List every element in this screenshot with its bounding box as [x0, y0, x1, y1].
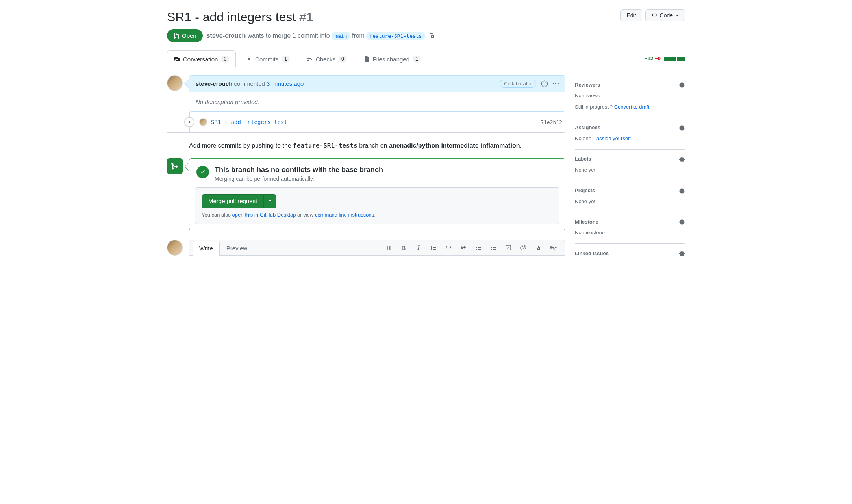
checklist-icon: [306, 56, 313, 62]
code-icon: [651, 12, 658, 19]
tasklist-icon[interactable]: [504, 244, 512, 252]
git-merge-icon: [171, 162, 179, 170]
base-branch[interactable]: main: [332, 32, 350, 40]
merge-dropdown-button[interactable]: [264, 194, 276, 208]
kebab-icon[interactable]: [553, 83, 559, 84]
milestone-status: No milestone: [575, 229, 685, 237]
comment-timestamp[interactable]: 3 minutes ago: [267, 80, 304, 87]
cli-instructions-link[interactable]: command line instructions: [315, 212, 374, 218]
head-branch[interactable]: feature-SR1-tests: [366, 32, 425, 40]
open-desktop-link[interactable]: open this in GitHub Desktop: [232, 212, 296, 218]
ordered-list-icon[interactable]: [489, 244, 497, 252]
tab-checks[interactable]: Checks 0: [300, 50, 354, 67]
assignees-title: Assignees: [575, 124, 600, 130]
quote-icon[interactable]: [430, 244, 437, 252]
tab-commits-label: Commits: [255, 56, 278, 63]
diffstat: +12 −0: [645, 56, 685, 61]
commit-message-link[interactable]: SR1 - add integers test: [211, 119, 287, 125]
mention-icon[interactable]: @: [519, 244, 527, 252]
tab-files-label: Files changed: [373, 56, 409, 63]
comment-box: steve-crouch commented 3 minutes ago Col…: [189, 75, 565, 112]
italic-icon[interactable]: I: [415, 244, 422, 252]
avatar[interactable]: [167, 240, 183, 256]
checks-count: 0: [339, 56, 347, 63]
pr-title-text: SR1 - add integers test: [167, 10, 296, 24]
pr-state-label: Open: [182, 32, 196, 39]
comment-discussion-icon: [174, 56, 180, 62]
cross-reference-icon[interactable]: [534, 244, 542, 252]
merge-pull-request-button[interactable]: Merge pull request: [202, 194, 264, 208]
merge-icon-box: [167, 158, 183, 174]
diff-squares: [664, 57, 685, 61]
projects-title: Projects: [575, 187, 595, 193]
files-count: 1: [413, 56, 421, 63]
gear-icon[interactable]: [679, 187, 685, 194]
comment-verb: commented: [234, 80, 265, 87]
labels-status: None yet: [575, 166, 685, 174]
pr-state-badge: Open: [167, 29, 203, 42]
comment-editor: Write Preview H B I: [189, 240, 565, 256]
preview-tab[interactable]: Preview: [220, 241, 254, 256]
code-button-label: Code: [660, 12, 673, 19]
merge-status-subtitle: Merging can be performed automatically.: [215, 176, 383, 182]
gear-icon[interactable]: [679, 124, 685, 131]
commit-avatar[interactable]: [199, 118, 207, 126]
hint-branch: feature-SR1-tests: [293, 142, 357, 149]
assignees-status: No one—: [575, 135, 596, 141]
tab-files[interactable]: Files changed 1: [357, 50, 428, 67]
git-commit-icon: [246, 56, 252, 62]
file-diff-icon: [363, 56, 370, 62]
commits-count: 1: [282, 56, 290, 63]
svg-point-0: [541, 81, 548, 87]
milestone-title: Milestone: [575, 219, 598, 225]
copy-icon[interactable]: [429, 33, 435, 39]
smiley-icon[interactable]: [541, 80, 548, 87]
merge-text: wants to merge 1 commit into: [248, 32, 330, 39]
git-pull-request-icon: [173, 33, 180, 39]
caret-down-icon: [675, 13, 679, 17]
tab-checks-label: Checks: [316, 56, 335, 63]
reviewers-title: Reviewers: [575, 82, 600, 88]
reviewers-status: No reviews: [575, 92, 685, 100]
role-badge: Collaborator: [500, 80, 536, 88]
commit-hash[interactable]: 71e2b12: [541, 119, 562, 125]
push-hint: Add more commits by pushing to the featu…: [189, 133, 565, 158]
write-tab[interactable]: Write: [193, 241, 220, 256]
conversation-count: 0: [221, 56, 229, 63]
caret-down-icon: [268, 199, 272, 203]
commit-badge: [184, 117, 194, 127]
check-circle-icon: [196, 166, 209, 178]
link-icon[interactable]: [459, 244, 467, 252]
reply-icon[interactable]: [549, 244, 557, 252]
svg-point-2: [545, 83, 546, 83]
gear-icon[interactable]: [679, 250, 685, 256]
gear-icon[interactable]: [679, 82, 685, 88]
gear-icon[interactable]: [679, 219, 685, 225]
avatar[interactable]: [167, 75, 183, 91]
git-commit-icon: [187, 119, 192, 125]
author-link[interactable]: steve-crouch: [207, 32, 246, 39]
gear-icon[interactable]: [679, 156, 685, 162]
from-text: from: [352, 32, 365, 39]
merge-box: This branch has no conflicts with the ba…: [189, 158, 565, 230]
assign-yourself-link[interactable]: assign yourself: [596, 135, 631, 141]
hint-repo: anenadic/python-intermediate-inflammatio…: [389, 142, 520, 149]
tab-conversation-label: Conversation: [183, 56, 218, 63]
code-icon[interactable]: [445, 244, 452, 252]
edit-button[interactable]: Edit: [620, 9, 642, 21]
comment-body: No description provided.: [189, 92, 565, 111]
labels-title: Labels: [575, 156, 591, 162]
unordered-list-icon[interactable]: [474, 244, 482, 252]
merge-help-text: You can also open this in GitHub Desktop…: [202, 212, 553, 218]
tab-commits[interactable]: Commits 1: [239, 50, 296, 67]
projects-status: None yet: [575, 198, 685, 206]
code-button[interactable]: Code: [645, 9, 685, 21]
convert-draft-link[interactable]: Convert to draft: [614, 104, 650, 110]
heading-icon[interactable]: H: [385, 244, 393, 252]
additions-count: +12: [645, 56, 653, 61]
comment-author-link[interactable]: steve-crouch: [196, 80, 232, 87]
tab-conversation[interactable]: Conversation 0: [167, 50, 236, 67]
linked-issues-title: Linked issues: [575, 250, 609, 256]
deletions-count: −0: [655, 56, 661, 61]
bold-icon[interactable]: B: [400, 244, 407, 252]
